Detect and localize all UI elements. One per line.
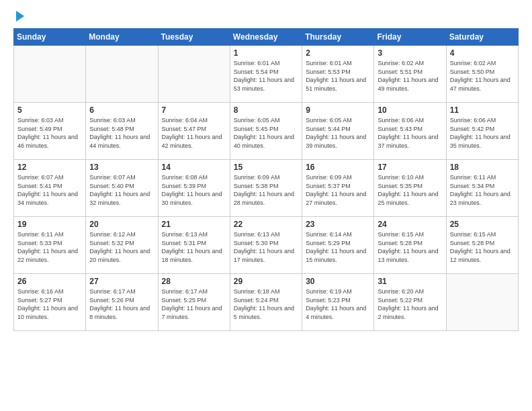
calendar-day-cell-24: 24Sunrise: 6:15 AM Sunset: 5:28 PM Dayli…: [374, 217, 446, 274]
calendar-day-cell-11: 11Sunrise: 6:06 AM Sunset: 5:42 PM Dayli…: [446, 103, 518, 160]
day-info: Sunrise: 6:11 AM Sunset: 5:34 PM Dayligh…: [450, 173, 515, 207]
day-number: 25: [450, 220, 515, 229]
day-number: 2: [306, 48, 370, 58]
day-number: 22: [234, 220, 298, 229]
calendar-day-cell-23: 23Sunrise: 6:14 AM Sunset: 5:29 PM Dayli…: [302, 217, 374, 274]
day-number: 4: [450, 48, 515, 58]
calendar-day-cell-3: 3Sunrise: 6:02 AM Sunset: 5:51 PM Daylig…: [374, 46, 446, 103]
calendar-week-row-3: 19Sunrise: 6:11 AM Sunset: 5:33 PM Dayli…: [14, 217, 519, 274]
calendar-week-row-1: 5Sunrise: 6:03 AM Sunset: 5:49 PM Daylig…: [14, 103, 519, 160]
day-number: 17: [378, 163, 442, 172]
calendar-day-cell-26: 26Sunrise: 6:16 AM Sunset: 5:27 PM Dayli…: [14, 274, 86, 331]
day-number: 12: [17, 163, 82, 172]
day-number: 14: [162, 163, 226, 172]
page: SundayMondayTuesdayWednesdayThursdayFrid…: [0, 0, 532, 411]
day-info: Sunrise: 6:04 AM Sunset: 5:47 PM Dayligh…: [162, 116, 226, 150]
day-info: Sunrise: 6:09 AM Sunset: 5:37 PM Dayligh…: [306, 173, 370, 207]
calendar-day-cell-19: 19Sunrise: 6:11 AM Sunset: 5:33 PM Dayli…: [14, 217, 86, 274]
calendar-day-cell-4: 4Sunrise: 6:02 AM Sunset: 5:50 PM Daylig…: [446, 46, 518, 103]
day-info: Sunrise: 6:18 AM Sunset: 5:24 PM Dayligh…: [234, 287, 298, 321]
day-number: 11: [450, 105, 515, 115]
day-info: Sunrise: 6:02 AM Sunset: 5:50 PM Dayligh…: [450, 59, 515, 93]
day-info: Sunrise: 6:20 AM Sunset: 5:22 PM Dayligh…: [378, 287, 442, 321]
day-number: 18: [450, 163, 515, 172]
calendar-day-cell-7: 7Sunrise: 6:04 AM Sunset: 5:47 PM Daylig…: [158, 103, 230, 160]
header: [13, 11, 519, 21]
day-number: 23: [306, 220, 370, 229]
calendar-day-cell-14: 14Sunrise: 6:08 AM Sunset: 5:39 PM Dayli…: [158, 160, 230, 217]
day-info: Sunrise: 6:07 AM Sunset: 5:41 PM Dayligh…: [17, 173, 82, 207]
day-number: 26: [17, 277, 82, 286]
day-info: Sunrise: 6:11 AM Sunset: 5:33 PM Dayligh…: [17, 230, 82, 264]
day-info: Sunrise: 6:13 AM Sunset: 5:31 PM Dayligh…: [162, 230, 226, 264]
day-number: 29: [234, 277, 298, 286]
weekday-header-thursday: Thursday: [302, 29, 374, 46]
calendar-day-cell-1: 1Sunrise: 6:01 AM Sunset: 5:54 PM Daylig…: [230, 46, 302, 103]
day-info: Sunrise: 6:06 AM Sunset: 5:43 PM Dayligh…: [378, 116, 442, 150]
day-info: Sunrise: 6:13 AM Sunset: 5:30 PM Dayligh…: [234, 230, 298, 264]
day-info: Sunrise: 6:14 AM Sunset: 5:29 PM Dayligh…: [306, 230, 370, 264]
day-number: 30: [306, 277, 370, 286]
day-number: 6: [89, 105, 154, 115]
day-info: Sunrise: 6:03 AM Sunset: 5:49 PM Dayligh…: [17, 116, 82, 150]
logo-arrow-icon: [16, 11, 24, 21]
day-info: Sunrise: 6:17 AM Sunset: 5:25 PM Dayligh…: [162, 287, 226, 321]
day-number: 20: [89, 220, 154, 229]
calendar-day-cell-2: 2Sunrise: 6:01 AM Sunset: 5:53 PM Daylig…: [302, 46, 374, 103]
calendar-day-cell-13: 13Sunrise: 6:07 AM Sunset: 5:40 PM Dayli…: [86, 160, 158, 217]
weekday-header-monday: Monday: [86, 29, 158, 46]
calendar-day-cell-20: 20Sunrise: 6:12 AM Sunset: 5:32 PM Dayli…: [86, 217, 158, 274]
calendar-day-cell-31: 31Sunrise: 6:20 AM Sunset: 5:22 PM Dayli…: [374, 274, 446, 331]
calendar-day-cell-27: 27Sunrise: 6:17 AM Sunset: 5:26 PM Dayli…: [86, 274, 158, 331]
day-number: 10: [378, 105, 442, 115]
calendar-table: SundayMondayTuesdayWednesdayThursdayFrid…: [13, 28, 519, 331]
day-number: 7: [162, 105, 226, 115]
calendar-day-cell-6: 6Sunrise: 6:03 AM Sunset: 5:48 PM Daylig…: [86, 103, 158, 160]
calendar-day-cell-29: 29Sunrise: 6:18 AM Sunset: 5:24 PM Dayli…: [230, 274, 302, 331]
day-info: Sunrise: 6:19 AM Sunset: 5:23 PM Dayligh…: [306, 287, 370, 321]
calendar-empty-cell: [158, 46, 230, 103]
calendar-day-cell-25: 25Sunrise: 6:15 AM Sunset: 5:28 PM Dayli…: [446, 217, 518, 274]
weekday-header-sunday: Sunday: [14, 29, 86, 46]
day-info: Sunrise: 6:03 AM Sunset: 5:48 PM Dayligh…: [89, 116, 154, 150]
day-number: 3: [378, 48, 442, 58]
calendar-day-cell-21: 21Sunrise: 6:13 AM Sunset: 5:31 PM Dayli…: [158, 217, 230, 274]
day-info: Sunrise: 6:10 AM Sunset: 5:35 PM Dayligh…: [378, 173, 442, 207]
day-number: 28: [162, 277, 226, 286]
day-number: 31: [378, 277, 442, 286]
day-info: Sunrise: 6:16 AM Sunset: 5:27 PM Dayligh…: [17, 287, 82, 321]
day-info: Sunrise: 6:17 AM Sunset: 5:26 PM Dayligh…: [89, 287, 154, 321]
day-info: Sunrise: 6:01 AM Sunset: 5:53 PM Dayligh…: [306, 59, 370, 93]
day-info: Sunrise: 6:08 AM Sunset: 5:39 PM Dayligh…: [162, 173, 226, 207]
weekday-header-saturday: Saturday: [446, 29, 518, 46]
day-number: 24: [378, 220, 442, 229]
day-info: Sunrise: 6:01 AM Sunset: 5:54 PM Dayligh…: [234, 59, 298, 93]
day-info: Sunrise: 6:05 AM Sunset: 5:44 PM Dayligh…: [306, 116, 370, 150]
calendar-empty-cell: [14, 46, 86, 103]
day-number: 27: [89, 277, 154, 286]
day-info: Sunrise: 6:15 AM Sunset: 5:28 PM Dayligh…: [378, 230, 442, 264]
calendar-week-row-2: 12Sunrise: 6:07 AM Sunset: 5:41 PM Dayli…: [14, 160, 519, 217]
day-number: 1: [234, 48, 298, 58]
day-number: 8: [234, 105, 298, 115]
day-info: Sunrise: 6:12 AM Sunset: 5:32 PM Dayligh…: [89, 230, 154, 264]
day-number: 5: [17, 105, 82, 115]
calendar-day-cell-30: 30Sunrise: 6:19 AM Sunset: 5:23 PM Dayli…: [302, 274, 374, 331]
calendar-day-cell-17: 17Sunrise: 6:10 AM Sunset: 5:35 PM Dayli…: [374, 160, 446, 217]
weekday-header-wednesday: Wednesday: [230, 29, 302, 46]
calendar-week-row-0: 1Sunrise: 6:01 AM Sunset: 5:54 PM Daylig…: [14, 46, 519, 103]
day-number: 16: [306, 163, 370, 172]
calendar-empty-cell: [446, 274, 518, 331]
day-info: Sunrise: 6:02 AM Sunset: 5:51 PM Dayligh…: [378, 59, 442, 93]
calendar-day-cell-18: 18Sunrise: 6:11 AM Sunset: 5:34 PM Dayli…: [446, 160, 518, 217]
calendar-day-cell-16: 16Sunrise: 6:09 AM Sunset: 5:37 PM Dayli…: [302, 160, 374, 217]
weekday-header-friday: Friday: [374, 29, 446, 46]
calendar-day-cell-10: 10Sunrise: 6:06 AM Sunset: 5:43 PM Dayli…: [374, 103, 446, 160]
weekday-header-tuesday: Tuesday: [158, 29, 230, 46]
calendar-week-row-4: 26Sunrise: 6:16 AM Sunset: 5:27 PM Dayli…: [14, 274, 519, 331]
calendar-day-cell-8: 8Sunrise: 6:05 AM Sunset: 5:45 PM Daylig…: [230, 103, 302, 160]
calendar-day-cell-15: 15Sunrise: 6:09 AM Sunset: 5:38 PM Dayli…: [230, 160, 302, 217]
day-number: 21: [162, 220, 226, 229]
day-info: Sunrise: 6:07 AM Sunset: 5:40 PM Dayligh…: [89, 173, 154, 207]
day-number: 15: [234, 163, 298, 172]
